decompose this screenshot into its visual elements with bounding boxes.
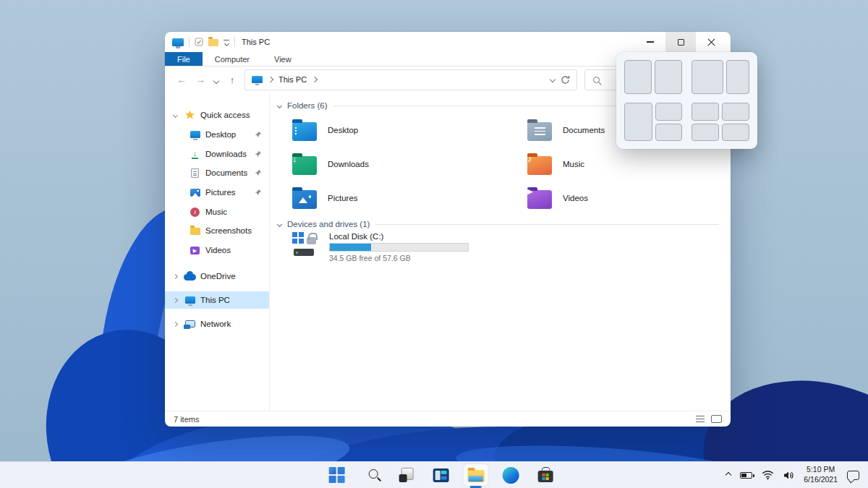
- folder-tile-downloads[interactable]: Downloads: [292, 147, 527, 181]
- this-pc-icon: [252, 76, 263, 83]
- sidebar-item-label: Quick access: [200, 111, 269, 119]
- details-view-icon[interactable]: [696, 416, 705, 423]
- lock-icon: [307, 237, 316, 244]
- section-title: Folders (6): [287, 101, 328, 110]
- address-bar[interactable]: This PC: [244, 69, 577, 90]
- wifi-icon[interactable]: [762, 470, 774, 480]
- search-button[interactable]: [359, 464, 384, 486]
- search-icon: [593, 77, 600, 83]
- quick-access-toolbar-menu-icon[interactable]: [224, 38, 229, 46]
- maximize-button[interactable]: [665, 32, 696, 52]
- snap-zone[interactable]: [692, 103, 719, 121]
- sidebar-item-onedrive[interactable]: OneDrive: [165, 267, 269, 285]
- battery-icon[interactable]: [740, 472, 752, 479]
- desktop-folder-icon: [292, 122, 317, 141]
- minimize-icon: [647, 41, 654, 42]
- window-controls: [635, 32, 726, 52]
- sidebar-item-videos[interactable]: Videos: [165, 241, 269, 259]
- videos-folder-icon: [527, 190, 552, 209]
- status-bar: 7 items: [165, 411, 731, 427]
- snap-zone[interactable]: [692, 124, 719, 142]
- folder-tile-desktop[interactable]: Desktop: [292, 113, 527, 147]
- tile-label: Downloads: [328, 160, 369, 168]
- new-folder-icon[interactable]: [208, 39, 218, 46]
- recent-locations-icon[interactable]: [210, 75, 223, 85]
- file-explorer-button[interactable]: [464, 464, 488, 486]
- start-button[interactable]: [325, 464, 349, 486]
- large-icons-view-icon[interactable]: [711, 415, 722, 423]
- folder-tile-music[interactable]: Music: [527, 147, 730, 181]
- widgets-icon: [433, 468, 449, 482]
- sidebar-item-label: Pictures: [205, 188, 255, 197]
- refresh-icon[interactable]: [561, 75, 570, 85]
- folder-tile-videos[interactable]: Videos: [527, 181, 730, 215]
- edge-button[interactable]: [498, 464, 523, 486]
- sidebar-item-documents[interactable]: Documents: [165, 164, 269, 181]
- sidebar-item-downloads[interactable]: Downloads: [165, 145, 269, 163]
- sidebar-item-label: Videos: [205, 246, 269, 254]
- chevron-right-icon[interactable]: [312, 77, 318, 82]
- sidebar-item-network[interactable]: Network: [165, 315, 269, 333]
- chevron-right-icon[interactable]: [268, 77, 273, 82]
- close-button[interactable]: [696, 32, 726, 52]
- snap-zone[interactable]: [722, 103, 749, 121]
- folder-tile-pictures[interactable]: Pictures: [292, 181, 527, 215]
- up-button[interactable]: ↑: [223, 75, 242, 85]
- store-button[interactable]: [533, 464, 558, 486]
- snap-zone[interactable]: [655, 60, 682, 94]
- chevron-down-icon[interactable]: [171, 114, 179, 117]
- snap-zone[interactable]: [624, 60, 652, 94]
- properties-icon[interactable]: [195, 38, 203, 46]
- snap-zone[interactable]: [722, 124, 749, 142]
- snap-layout-left-plus-stack[interactable]: [624, 103, 682, 141]
- pin-icon: [255, 150, 262, 158]
- sidebar-item-music[interactable]: Music: [165, 203, 269, 221]
- sidebar-item-label: Screenshots: [205, 226, 269, 235]
- chevron-right-icon[interactable]: [171, 299, 179, 302]
- sidebar-item-desktop[interactable]: Desktop: [165, 126, 269, 143]
- snap-zone[interactable]: [692, 60, 723, 94]
- breadcrumb[interactable]: This PC: [278, 75, 307, 84]
- items-count: 7 items: [174, 415, 199, 424]
- chevron-down-icon[interactable]: [277, 103, 282, 108]
- snap-layout-two-columns[interactable]: [624, 60, 682, 94]
- volume-icon[interactable]: [783, 471, 794, 480]
- snap-layouts-flyout: [616, 52, 757, 149]
- titlebar[interactable]: This PC: [165, 32, 731, 52]
- clock[interactable]: 5:10 PM 6/16/2021: [804, 465, 838, 484]
- file-explorer-icon: [467, 470, 484, 482]
- back-button[interactable]: ←: [172, 75, 191, 85]
- snap-zone[interactable]: [655, 103, 682, 121]
- chevron-right-icon[interactable]: [171, 275, 179, 278]
- sidebar-item-quick-access[interactable]: Quick access: [165, 106, 269, 124]
- snap-zone[interactable]: [655, 124, 682, 142]
- snap-zone[interactable]: [624, 103, 652, 141]
- sidebar-item-pictures[interactable]: Pictures: [165, 184, 269, 201]
- sidebar-item-screenshots[interactable]: Screenshots: [165, 222, 269, 239]
- notifications-icon[interactable]: [847, 471, 859, 480]
- pin-icon: [255, 189, 262, 196]
- chevron-down-icon[interactable]: [277, 221, 282, 226]
- hidden-icons-chevron[interactable]: [726, 472, 731, 478]
- tab-view[interactable]: View: [262, 52, 304, 66]
- minimize-button[interactable]: [635, 32, 665, 52]
- drive-tile-local-disk-c[interactable]: Local Disk (C:) 34.5 GB free of 57.6 GB: [292, 232, 469, 262]
- snap-zone[interactable]: [726, 60, 749, 94]
- address-dropdown-icon[interactable]: [550, 77, 556, 82]
- tab-file[interactable]: File: [165, 52, 203, 66]
- this-pc-icon: [185, 296, 195, 304]
- taskbar-icons: [325, 462, 558, 488]
- sidebar-item-this-pc[interactable]: This PC: [165, 291, 269, 309]
- task-view-button[interactable]: [394, 464, 419, 486]
- snap-layout-wide-left[interactable]: [692, 60, 749, 94]
- section-header-devices[interactable]: Devices and drives (1): [278, 218, 719, 230]
- widgets-button[interactable]: [429, 464, 454, 486]
- pictures-folder-icon: [292, 190, 317, 209]
- sidebar-item-label: Network: [200, 320, 269, 328]
- snap-layout-quad[interactable]: [692, 103, 749, 141]
- forward-button[interactable]: →: [191, 75, 210, 85]
- chevron-right-icon[interactable]: [171, 322, 179, 326]
- tab-computer[interactable]: Computer: [203, 52, 262, 66]
- pictures-icon: [190, 189, 200, 197]
- maximize-icon: [678, 39, 684, 46]
